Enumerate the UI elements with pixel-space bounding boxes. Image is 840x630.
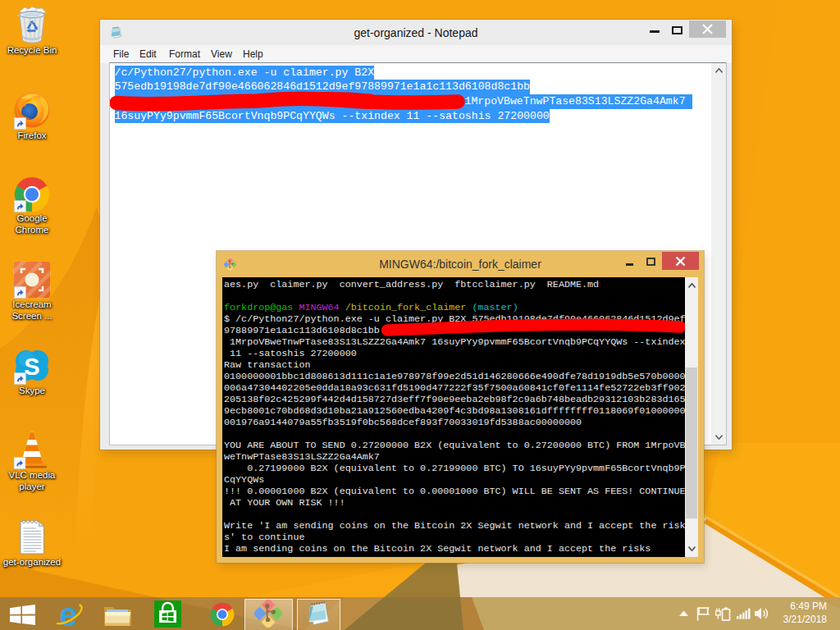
svg-text:S: S — [24, 354, 39, 380]
svg-text:e: e — [59, 599, 77, 630]
